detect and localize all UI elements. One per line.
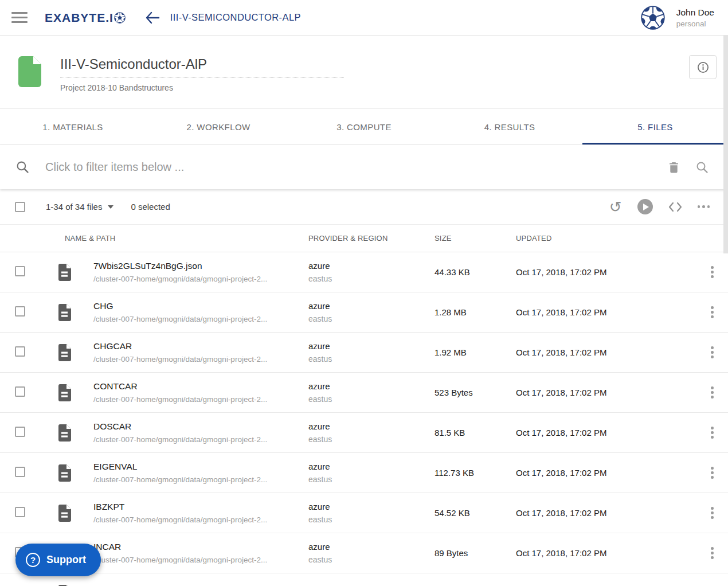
code-brackets-icon[interactable] <box>668 201 682 213</box>
filter-bar <box>0 145 728 189</box>
file-size: 1.28 MB <box>435 307 516 317</box>
app-bar: EXABYTE.I III-V-SEMICONDUCTOR-ALP John D… <box>0 0 728 36</box>
table-row[interactable]: CHG /cluster-007-home/gmogni/data/gmogni… <box>0 292 728 333</box>
row-menu-button[interactable] <box>696 346 728 358</box>
file-icon <box>57 264 72 281</box>
delete-icon[interactable] <box>668 161 680 174</box>
row-checkbox[interactable] <box>15 266 25 276</box>
user-block[interactable]: John Doe personal <box>676 7 714 28</box>
file-path: /cluster-007-home/gmogni/data/gmogni-pro… <box>93 315 267 323</box>
play-button[interactable] <box>637 199 653 214</box>
tab-files[interactable]: 5. FILES <box>582 109 728 144</box>
table-row[interactable]: KPOINTS <box>0 573 728 586</box>
list-toolbar: 1-34 of 34 files 0 selected ↺ <box>0 189 728 225</box>
file-icon <box>57 464 72 482</box>
search-icon <box>16 161 29 174</box>
provider-name: azure <box>308 381 435 391</box>
row-checkbox[interactable] <box>15 386 25 397</box>
table-row[interactable]: INCAR /cluster-007-home/gmogni/data/gmog… <box>0 533 728 573</box>
provider-region: eastus <box>308 394 435 404</box>
file-path: /cluster-007-home/gmogni/data/gmogni-pro… <box>93 435 267 444</box>
table-row[interactable]: 7Wbis2GLSuTz4nBgG.json /cluster-007-home… <box>0 252 728 292</box>
file-size: 112.73 KB <box>435 468 516 478</box>
menu-icon[interactable] <box>11 12 28 23</box>
row-menu-button[interactable] <box>696 266 728 278</box>
search-toggle-icon[interactable] <box>696 161 709 174</box>
file-icon <box>57 304 72 321</box>
file-path: /cluster-007-home/gmogni/data/gmogni-pro… <box>93 275 267 283</box>
workflow-tabs: 1. MATERIALS 2. WORKFLOW 3. COMPUTE 4. R… <box>0 109 728 145</box>
provider-region: eastus <box>308 435 435 444</box>
back-arrow-icon[interactable] <box>145 11 160 24</box>
row-checkbox[interactable] <box>15 306 25 317</box>
table-body: 7Wbis2GLSuTz4nBgG.json /cluster-007-home… <box>0 252 728 586</box>
table-row[interactable]: DOSCAR /cluster-007-home/gmogni/data/gmo… <box>0 413 728 453</box>
file-updated: Oct 17, 2018, 17:02 PM <box>516 267 696 277</box>
file-name[interactable]: EIGENVAL <box>93 462 267 472</box>
more-options-icon[interactable] <box>698 205 710 208</box>
question-mark-icon: ? <box>26 553 40 567</box>
column-updated[interactable]: UPDATED <box>516 234 696 243</box>
provider-region: eastus <box>308 475 435 484</box>
row-checkbox[interactable] <box>15 507 25 517</box>
tab-workflow[interactable]: 2. WORKFLOW <box>146 109 291 144</box>
pagination-range[interactable]: 1-34 of 34 files <box>46 202 113 212</box>
tab-compute[interactable]: 3. COMPUTE <box>291 109 437 144</box>
user-name: John Doe <box>676 7 714 18</box>
row-checkbox[interactable] <box>15 427 25 437</box>
select-all-checkbox[interactable] <box>15 202 25 212</box>
file-size: 523 Bytes <box>435 388 516 397</box>
file-size: 81.5 KB <box>435 428 516 437</box>
file-path: /cluster-007-home/gmogni/data/gmogni-pro… <box>93 515 267 524</box>
exabyte-logo[interactable]: EXABYTE.I <box>45 11 126 25</box>
info-icon <box>697 61 709 73</box>
filter-input[interactable] <box>45 161 668 174</box>
row-menu-button[interactable] <box>696 507 728 519</box>
row-menu-button[interactable] <box>696 306 728 318</box>
info-button[interactable] <box>689 55 717 79</box>
table-row[interactable]: CHGCAR /cluster-007-home/gmogni/data/gmo… <box>0 333 728 373</box>
table-row[interactable]: EIGENVAL /cluster-007-home/gmogni/data/g… <box>0 453 728 493</box>
soccer-ball-logo-icon <box>114 12 126 24</box>
file-path: /cluster-007-home/gmogni/data/gmogni-pro… <box>93 475 267 484</box>
project-title[interactable]: III-V-Semiconductor-AlP <box>60 56 344 78</box>
row-menu-button[interactable] <box>696 427 728 439</box>
file-name[interactable]: CHGCAR <box>93 341 267 351</box>
scrollbar[interactable] <box>723 36 728 253</box>
file-name[interactable]: CHG <box>93 301 267 311</box>
file-size: 1.92 MB <box>435 347 516 357</box>
support-button[interactable]: ? Support <box>15 544 101 576</box>
row-menu-button[interactable] <box>696 386 728 399</box>
file-name[interactable]: INCAR <box>93 542 267 552</box>
file-name[interactable]: DOSCAR <box>93 421 267 432</box>
provider-name: azure <box>308 421 435 431</box>
file-path: /cluster-007-home/gmogni/data/gmogni-pro… <box>93 556 267 564</box>
tab-materials[interactable]: 1. MATERIALS <box>0 109 146 144</box>
project-file-icon <box>18 56 41 87</box>
user-avatar[interactable] <box>641 6 665 30</box>
row-checkbox[interactable] <box>15 346 25 357</box>
row-checkbox[interactable] <box>15 467 25 477</box>
table-row[interactable]: CONTCAR /cluster-007-home/gmogni/data/gm… <box>0 373 728 413</box>
row-menu-button[interactable] <box>696 547 728 559</box>
logo-text: EXABYTE.I <box>45 11 113 25</box>
file-updated: Oct 17, 2018, 17:02 PM <box>516 468 696 478</box>
file-name[interactable]: CONTCAR <box>93 381 267 392</box>
project-header: III-V-Semiconductor-AlP Project 2018-10 … <box>0 36 728 109</box>
column-name-path[interactable]: NAME & PATH <box>50 234 308 243</box>
table-row[interactable]: IBZKPT /cluster-007-home/gmogni/data/gmo… <box>0 493 728 533</box>
file-name[interactable]: 7Wbis2GLSuTz4nBgG.json <box>93 261 267 271</box>
column-provider-region[interactable]: PROVIDER & REGION <box>308 234 435 243</box>
exabyte-files-page: EXABYTE.I III-V-SEMICONDUCTOR-ALP John D… <box>0 0 728 586</box>
provider-name: azure <box>308 301 435 311</box>
file-icon <box>57 505 72 522</box>
column-size[interactable]: SIZE <box>435 234 516 243</box>
file-name[interactable]: IBZKPT <box>93 502 267 512</box>
file-size: 54.52 KB <box>435 508 516 518</box>
provider-name: azure <box>308 462 435 471</box>
row-menu-button[interactable] <box>696 467 728 479</box>
file-updated: Oct 17, 2018, 17:02 PM <box>516 307 696 317</box>
file-updated: Oct 17, 2018, 17:02 PM <box>516 548 696 558</box>
tab-results[interactable]: 4. RESULTS <box>437 109 582 144</box>
refresh-icon[interactable]: ↺ <box>609 200 622 214</box>
